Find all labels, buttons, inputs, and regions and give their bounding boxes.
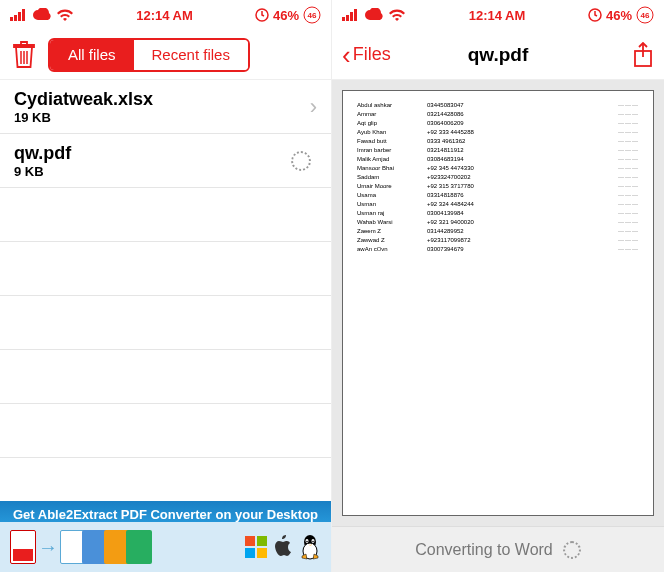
pdf-text-row: Saddam+923324700202——— <box>357 173 639 182</box>
file-list: Cydiatweak.xlsx 19 KB › qw.pdf 9 KB <box>0 80 331 501</box>
windows-icon <box>245 536 267 558</box>
status-time: 12:14 AM <box>136 8 193 23</box>
pdf-text-row: Zawwad Z+923117099872——— <box>357 236 639 245</box>
chevron-right-icon: › <box>310 94 317 120</box>
arrow-icon: → <box>38 536 58 559</box>
file-size: 19 KB <box>14 110 310 125</box>
loading-spinner-icon <box>563 541 581 559</box>
excel-icon <box>126 530 152 564</box>
empty-row <box>0 404 331 458</box>
pdf-text-row: Imran barber03214811912——— <box>357 146 639 155</box>
battery-text: 46% <box>606 8 632 23</box>
promo-banner[interactable]: Get Able2Extract PDF Converter on your D… <box>0 501 331 572</box>
list-item[interactable]: Cydiatweak.xlsx 19 KB › <box>0 80 331 134</box>
pdf-page: Abdul ashkar03445083047———Ammar032144280… <box>342 90 654 516</box>
pdf-preview-area[interactable]: Abdul ashkar03445083047———Ammar032144280… <box>332 80 664 526</box>
pdf-text-row: awAn cOvn03007394679——— <box>357 245 639 254</box>
wifi-icon <box>56 8 74 22</box>
back-label: Files <box>353 44 391 65</box>
svg-rect-0 <box>10 17 13 21</box>
signal-icon <box>342 9 360 21</box>
tab-recent-files[interactable]: Recent files <box>134 40 248 70</box>
svg-text:46: 46 <box>641 11 650 20</box>
svg-rect-13 <box>257 548 267 558</box>
svg-rect-22 <box>350 12 353 21</box>
pdf-text-row: Mansoor Bhai+92 345 4474330——— <box>357 164 639 173</box>
tab-all-files[interactable]: All files <box>50 40 134 70</box>
file-name: Cydiatweak.xlsx <box>14 89 310 110</box>
status-bar: 12:14 AM 46% 46 <box>0 0 331 30</box>
battery-icon: 46 <box>303 6 321 24</box>
navbar: ‹ Files qw.pdf <box>332 30 664 80</box>
share-button[interactable] <box>632 42 654 68</box>
toolbar: All files Recent files <box>0 30 331 80</box>
cloud-icon <box>32 8 52 22</box>
screen-files-list: 12:14 AM 46% 46 All files Recent files C… <box>0 0 332 572</box>
apple-icon <box>273 535 293 559</box>
battery-icon: 46 <box>636 6 654 24</box>
pdf-text-row: Usama03314818876——— <box>357 191 639 200</box>
pdf-text-row: Wahab Warsi+92 321 9400020——— <box>357 218 639 227</box>
status-bar: 12:14 AM 46% 46 <box>332 0 664 30</box>
svg-text:46: 46 <box>308 11 317 20</box>
banner-icons: → <box>0 522 331 572</box>
pdf-text-row: Ammar03214428086——— <box>357 110 639 119</box>
banner-text: Get Able2Extract PDF Converter on your D… <box>0 501 331 522</box>
pdf-text-row: Ayub Khan+92 333 4445288——— <box>357 128 639 137</box>
svg-point-18 <box>306 541 308 543</box>
svg-rect-1 <box>14 15 17 21</box>
empty-row <box>0 296 331 350</box>
status-time: 12:14 AM <box>469 8 526 23</box>
empty-row <box>0 188 331 242</box>
svg-rect-3 <box>22 9 25 21</box>
pdf-text-row: Fawad butt0333 4961362——— <box>357 137 639 146</box>
svg-rect-10 <box>245 536 255 546</box>
screen-pdf-viewer: 12:14 AM 46% 46 ‹ Files qw.pdf Abdul ash… <box>332 0 664 572</box>
empty-row <box>0 242 331 296</box>
file-size: 9 KB <box>14 164 291 179</box>
signal-icon <box>10 9 28 21</box>
wifi-icon <box>388 8 406 22</box>
svg-point-19 <box>312 541 314 543</box>
list-item[interactable]: qw.pdf 9 KB <box>0 134 331 188</box>
pdf-text-row: Usman+92 324 4484244——— <box>357 200 639 209</box>
pdf-text-row: Aqt glip03064006209——— <box>357 119 639 128</box>
convert-status-text: Converting to Word <box>415 541 553 559</box>
linux-icon <box>299 534 321 560</box>
delete-button[interactable] <box>10 41 38 69</box>
svg-rect-11 <box>257 536 267 546</box>
chevron-left-icon: ‹ <box>342 42 351 68</box>
svg-rect-12 <box>245 548 255 558</box>
file-name: qw.pdf <box>14 143 291 164</box>
convert-status-bar: Converting to Word <box>332 526 664 572</box>
pdf-text-row: Umair Moore+92 315 3717780——— <box>357 182 639 191</box>
pdf-text-row: Abdul ashkar03445083047——— <box>357 101 639 110</box>
sync-icon <box>255 8 269 22</box>
loading-spinner-icon <box>291 151 311 171</box>
sync-icon <box>588 8 602 22</box>
svg-rect-23 <box>354 9 357 21</box>
back-button[interactable]: ‹ Files <box>342 42 391 68</box>
svg-rect-2 <box>18 12 21 21</box>
svg-rect-20 <box>342 17 345 21</box>
svg-rect-21 <box>346 15 349 21</box>
pdf-text-row: Malik Amjad03084683194——— <box>357 155 639 164</box>
empty-row <box>0 350 331 404</box>
cloud-icon <box>364 8 384 22</box>
pdf-icon <box>10 530 36 564</box>
pdf-text-row: Zaeem Z03144289952——— <box>357 227 639 236</box>
battery-text: 46% <box>273 8 299 23</box>
pdf-text-row: Usman raj03004139984——— <box>357 209 639 218</box>
file-filter-tabs: All files Recent files <box>48 38 250 72</box>
